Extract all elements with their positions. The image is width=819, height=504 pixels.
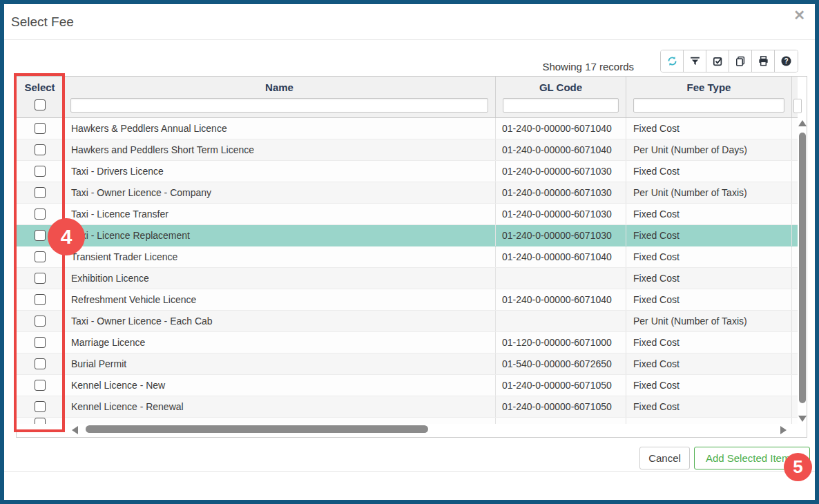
table-row[interactable]: Exhibition Licence Fixed Cost <box>17 268 798 289</box>
row-fee-type-cell: Fixed Cost <box>626 375 792 396</box>
select-all-checkbox[interactable] <box>35 99 46 110</box>
table-row[interactable]: Burial Permit 01-540-0-00000-6072650 Fix… <box>17 353 798 375</box>
row-checkbox[interactable] <box>35 294 46 305</box>
row-stub-cell <box>792 139 798 160</box>
row-gl-code-cell: 01-240-0-00000-6071030 <box>496 204 626 224</box>
row-name-cell: Hawkers & Peddlers Annual Licence <box>64 118 496 139</box>
close-icon[interactable]: ✕ <box>793 8 805 22</box>
table-row[interactable]: Transient Trader Licence 01-240-0-00000-… <box>17 246 798 268</box>
print-icon <box>758 55 769 67</box>
row-fee-type-cell: Fixed Cost <box>626 161 792 182</box>
row-select-cell <box>17 204 64 224</box>
row-checkbox[interactable] <box>35 380 46 391</box>
row-name-cell: Taxi - Drivers Licence <box>64 161 496 182</box>
row-name-cell: Taxi - Licence Transfer <box>64 204 496 224</box>
row-checkbox[interactable] <box>35 166 46 177</box>
print-button[interactable] <box>752 50 775 72</box>
row-checkbox[interactable] <box>35 401 46 412</box>
row-checkbox[interactable] <box>35 123 46 134</box>
table-row[interactable]: Hawkers and Peddlers Short Term Licence … <box>17 139 798 161</box>
scroll-up-icon[interactable] <box>798 120 807 126</box>
row-name-cell: Hawkers and Peddlers Short Term Licence <box>64 139 496 160</box>
cancel-button[interactable]: Cancel <box>639 447 690 469</box>
row-checkbox[interactable] <box>35 316 46 327</box>
row-checkbox[interactable] <box>35 144 46 155</box>
row-select-cell <box>17 225 64 246</box>
gl-code-filter-input[interactable] <box>503 98 619 113</box>
vertical-scrollbar-thumb[interactable] <box>799 133 806 403</box>
row-select-cell <box>17 332 64 353</box>
svg-text:?: ? <box>784 57 788 65</box>
scroll-right-icon[interactable] <box>780 426 787 434</box>
row-stub-cell <box>792 182 798 203</box>
column-header-fee-type[interactable]: Fee Type <box>626 77 792 117</box>
row-checkbox[interactable] <box>35 273 46 284</box>
row-gl-code-cell: 01-240-0-00000-6071030 <box>496 225 626 246</box>
row-select-cell <box>17 396 64 417</box>
name-column-label: Name <box>64 77 495 97</box>
filter-icon <box>689 55 701 67</box>
row-gl-code-cell: 01-240-0-00000-6071030 <box>496 161 626 182</box>
row-stub-cell <box>792 268 798 289</box>
row-stub-cell <box>792 225 798 246</box>
refresh-button[interactable] <box>661 50 684 72</box>
table-row[interactable]: Taxi - Owner Licence - Each Cab Per Unit… <box>17 311 798 332</box>
fee-type-filter-input[interactable] <box>633 98 784 113</box>
horizontal-scrollbar[interactable] <box>17 424 798 437</box>
row-select-cell <box>17 139 64 160</box>
row-fee-type-cell: Fixed Cost <box>626 289 792 310</box>
row-checkbox[interactable] <box>35 230 46 241</box>
column-header-name[interactable]: Name <box>64 77 496 117</box>
table-row[interactable]: Taxi - Licence Replacement 01-240-0-0000… <box>17 225 798 246</box>
row-checkbox[interactable] <box>35 209 46 220</box>
table-row[interactable]: Taxi - Owner Licence - Company 01-240-0-… <box>17 182 798 204</box>
record-count-label: Showing 17 records <box>542 61 634 72</box>
row-name-cell: Transient Trader Licence <box>64 246 496 267</box>
add-selected-items-button[interactable]: Add Selected Item/s <box>694 447 810 469</box>
row-name-cell: Refreshment Vehicle Licence <box>64 289 496 310</box>
row-name-cell: Taxi - Owner Licence - Each Cab <box>64 311 496 331</box>
table-row[interactable]: Kennel Licence - New 01-240-0-00000-6071… <box>17 375 798 396</box>
row-checkbox[interactable] <box>35 187 46 198</box>
scroll-left-icon[interactable] <box>72 426 78 434</box>
checkbox-check-icon <box>712 55 724 67</box>
row-select-cell <box>17 161 64 182</box>
table-row[interactable]: Marriage Licence 01-120-0-00000-6071000 … <box>17 332 798 353</box>
dialog-titlebar: Select Fee ✕ <box>4 4 815 40</box>
column-header-gl-code[interactable]: GL Code <box>496 77 626 117</box>
table-row[interactable]: Taxi - Drivers Licence 01-240-0-00000-60… <box>17 161 798 182</box>
select-all-button[interactable] <box>706 50 729 72</box>
help-button[interactable]: ? <box>775 50 798 72</box>
row-stub-cell <box>792 353 798 374</box>
table-body: Hawkers & Peddlers Annual Licence 01-240… <box>17 118 798 425</box>
row-gl-code-cell <box>496 268 626 289</box>
row-fee-type-cell: Fixed Cost <box>626 268 792 289</box>
row-fee-type-cell: Fixed Cost <box>626 353 792 374</box>
gl-code-column-label: GL Code <box>496 77 626 97</box>
row-checkbox[interactable] <box>35 251 46 262</box>
row-checkbox[interactable] <box>35 337 46 348</box>
fee-type-column-label: Fee Type <box>626 77 791 97</box>
row-name-cell: Taxi - Licence Replacement <box>64 225 496 246</box>
horizontal-scrollbar-thumb[interactable] <box>86 425 428 433</box>
copy-button[interactable] <box>729 50 752 72</box>
row-checkbox[interactable] <box>35 358 46 369</box>
table-row[interactable]: Hawkers & Peddlers Annual Licence 01-240… <box>17 118 798 139</box>
table-row[interactable]: Refreshment Vehicle Licence 01-240-0-000… <box>17 289 798 311</box>
vertical-scrollbar[interactable] <box>798 119 807 423</box>
row-select-cell <box>17 375 64 396</box>
row-select-cell <box>17 268 64 289</box>
row-gl-code-cell: 01-240-0-00000-6071040 <box>496 289 626 310</box>
row-fee-type-cell: Fixed Cost <box>626 204 792 224</box>
row-select-cell <box>17 311 64 331</box>
row-stub-cell <box>792 204 798 224</box>
row-select-cell <box>17 118 64 139</box>
grid-toolbar: ? <box>660 50 798 72</box>
scroll-down-icon[interactable] <box>798 416 807 422</box>
table-row[interactable]: Kennel Licence - Renewal 01-240-0-00000-… <box>17 396 798 418</box>
filter-button[interactable] <box>684 50 706 72</box>
name-filter-input[interactable] <box>70 98 488 113</box>
table-row[interactable]: Taxi - Licence Transfer 01-240-0-00000-6… <box>17 204 798 225</box>
row-select-cell <box>17 353 64 374</box>
copy-icon <box>735 55 746 67</box>
